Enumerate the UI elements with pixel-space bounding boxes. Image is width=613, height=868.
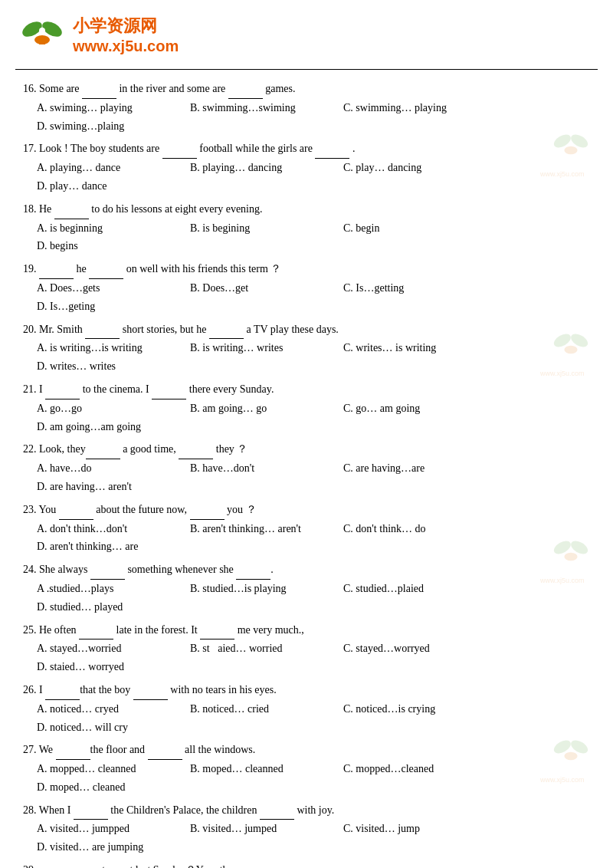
option: B. aren't thinking… aren't xyxy=(190,520,328,538)
option: C. swimming… playing xyxy=(343,99,481,117)
site-url: www.xj5u.com xyxy=(73,38,179,55)
option: B. playing… dancing xyxy=(190,159,328,177)
option: D. are having… aren't xyxy=(37,478,175,496)
option: C. begin xyxy=(343,219,481,238)
header-divider xyxy=(15,69,598,70)
question-18: 18. He to do his lessons at eight every … xyxy=(23,200,590,255)
option: B. studied…is playing xyxy=(190,580,328,598)
option: D. staied… worryed xyxy=(37,658,175,676)
question-28-text: 28. When I the Children's Palace, the ch… xyxy=(23,801,590,820)
svg-point-5 xyxy=(39,28,45,34)
question-24-text: 24. She always something whenever she . xyxy=(23,561,590,580)
blank xyxy=(59,501,93,520)
question-24-options: A .studied…plays B. studied…is playing C… xyxy=(23,580,590,616)
question-17-text: 17. Look ! The boy students are football… xyxy=(23,140,590,159)
option: A. stayed…worried xyxy=(37,639,175,658)
option: C. mopped…cleaned xyxy=(343,760,481,778)
option: D. visited… are jumping xyxy=(37,838,175,856)
blank xyxy=(152,380,186,399)
blank xyxy=(56,741,90,760)
blank xyxy=(39,861,74,868)
question-28-options: A. visited… jumpped B. visited… jumped C… xyxy=(23,820,590,856)
question-17: 17. Look ! The boy students are football… xyxy=(23,140,590,195)
question-26-options: A. noticed… cryed B. noticed… cried C. n… xyxy=(23,700,590,737)
option: A .studied…plays xyxy=(37,580,175,598)
question-29-text: 29. a sports meet last Sunday？Yes , they… xyxy=(23,861,590,868)
blank xyxy=(179,440,213,459)
question-22-text: 22. Look, they a good time, they ？ xyxy=(23,440,590,459)
blank xyxy=(74,801,108,820)
question-24: 24. She always something whenever she . … xyxy=(23,561,590,616)
blank xyxy=(82,80,116,99)
option: C. Is…getting xyxy=(343,279,481,298)
question-18-options: A. is beginning B. is begining C. begin … xyxy=(23,219,590,256)
question-19-options: A. Does…gets B. Does…get C. Is…getting D… xyxy=(23,279,590,316)
blank xyxy=(162,140,197,159)
question-22: 22. Look, they a good time, they ？ A. ha… xyxy=(23,440,590,495)
question-20-options: A. is writing…is writing B. is writing… … xyxy=(23,339,590,376)
option: B. noticed… cried xyxy=(190,700,328,718)
option: B. have…don't xyxy=(190,459,328,478)
question-19: 19. he on well with his friends this ter… xyxy=(23,260,590,315)
page-header: 小学资源网 www.xj5u.com xyxy=(0,0,613,65)
blank xyxy=(39,260,74,279)
question-27-text: 27. We the floor and all the windows. xyxy=(23,741,590,760)
option: A. playing… dance xyxy=(37,159,175,177)
blank xyxy=(209,321,244,340)
option: D. Is…geting xyxy=(37,298,175,316)
question-21: 21. I to the cinema. I there every Sunda… xyxy=(23,380,590,436)
option: C. play… dancing xyxy=(343,159,481,177)
option: D. swiming…plaing xyxy=(37,117,175,136)
question-20-text: 20. Mr. Smith short stories, but he a TV… xyxy=(23,321,590,340)
option: A. is writing…is writing xyxy=(37,339,175,357)
question-27-options: A. mopped… cleanned B. moped… cleanned C… xyxy=(23,760,590,797)
option: B. swimming…swiming xyxy=(190,99,328,117)
option: C. writes… is writing xyxy=(343,339,481,357)
question-28: 28. When I the Children's Palace, the ch… xyxy=(23,801,590,856)
site-name: 小学资源网 xyxy=(73,15,179,38)
option: D. studied… played xyxy=(37,598,175,616)
blank xyxy=(241,861,275,868)
option: B. Does…get xyxy=(190,279,328,298)
question-25-text: 25. He often late in the forest. It me v… xyxy=(23,621,590,640)
question-16: 16. Some are in the river and some are g… xyxy=(23,80,590,135)
option: A. have…do xyxy=(37,459,175,478)
option: A. mopped… cleanned xyxy=(37,760,175,778)
question-25: 25. He often late in the forest. It me v… xyxy=(23,621,590,676)
option: A. swiming… playing xyxy=(37,99,175,117)
blank xyxy=(45,681,80,700)
option: A. Does…gets xyxy=(37,279,175,298)
option: A. noticed… cryed xyxy=(37,700,175,718)
question-18-text: 18. He to do his lessons at eight every … xyxy=(23,200,590,219)
blank xyxy=(228,80,263,99)
option: D. play… dance xyxy=(37,177,175,196)
option: A. don't think…don't xyxy=(37,520,175,538)
option: D. aren't thinking… are xyxy=(37,538,175,556)
blank xyxy=(86,440,120,459)
option: B. st aied… worried xyxy=(190,639,328,658)
option: A. go…go xyxy=(37,399,175,418)
question-16-options: A. swiming… playing B. swimming…swiming … xyxy=(23,99,590,136)
option: D. am going…am going xyxy=(37,418,175,436)
option: C. stayed…worryed xyxy=(343,639,481,658)
option: B. visited… jumped xyxy=(190,820,328,838)
question-29: 29. a sports meet last Sunday？Yes , they… xyxy=(23,861,590,868)
option: B. is writing… writes xyxy=(190,339,328,357)
svg-rect-4 xyxy=(39,37,45,44)
question-19-text: 19. he on well with his friends this ter… xyxy=(23,260,590,279)
question-23-text: 23. You about the future now, you ？ xyxy=(23,501,590,520)
question-26: 26. I that the boy with no tears in his … xyxy=(23,681,590,736)
question-20: 20. Mr. Smith short stories, but he a TV… xyxy=(23,321,590,376)
question-17-options: A. playing… dance B. playing… dancing C.… xyxy=(23,159,590,196)
question-23-options: A. don't think…don't B. aren't thinking…… xyxy=(23,520,590,557)
option: A. visited… jumpped xyxy=(37,820,175,838)
question-26-text: 26. I that the boy with no tears in his … xyxy=(23,681,590,700)
blank xyxy=(236,561,270,580)
option: D. noticed… will cry xyxy=(37,718,175,737)
blank xyxy=(85,321,120,340)
logo-icon xyxy=(15,8,69,61)
option: C. are having…are xyxy=(343,459,481,478)
blank xyxy=(54,200,89,219)
logo-area: 小学资源网 www.xj5u.com xyxy=(15,8,179,61)
question-16-text: 16. Some are in the river and some are g… xyxy=(23,80,590,99)
